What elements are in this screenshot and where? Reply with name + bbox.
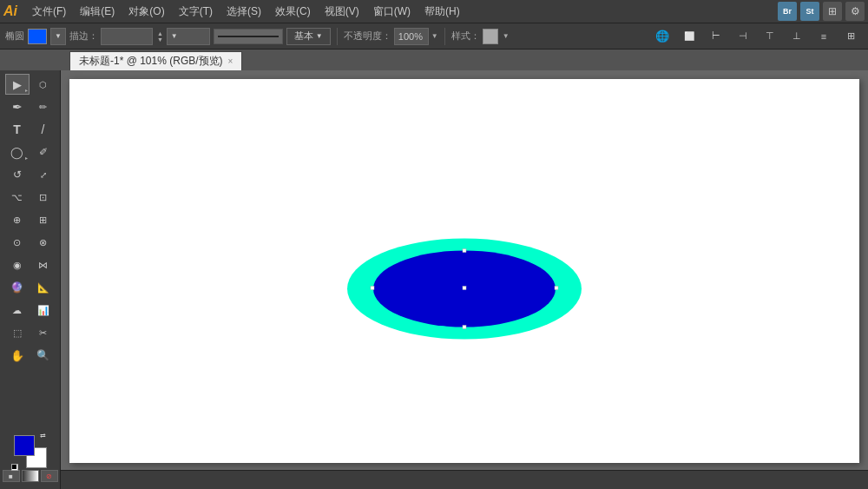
ellipse-container[interactable] <box>334 233 595 348</box>
fg-bg-colors: ⇄ <box>14 435 47 468</box>
tool-row-4: ◯▸ ✐ <box>5 142 56 162</box>
menu-file[interactable]: 文件(F) <box>26 3 72 21</box>
color-mode-none[interactable]: ⊘ <box>41 470 58 482</box>
align-left-btn[interactable]: ⊢ <box>704 26 728 47</box>
direct-selection-tool[interactable]: ⬡ <box>31 74 56 95</box>
tool-row-11: ☁ 📊 <box>5 300 56 320</box>
menu-view[interactable]: 视图(V) <box>319 3 365 21</box>
eyedropper-tool[interactable]: 🔮 <box>5 277 30 298</box>
mesh-tool[interactable]: ⊗ <box>31 232 56 253</box>
stroke-value-box[interactable] <box>101 28 153 45</box>
line-style-preview[interactable] <box>214 29 283 44</box>
align-right-btn[interactable]: ≡ <box>812 26 836 47</box>
align-center-btn[interactable]: ⊣ <box>731 26 755 47</box>
pencil-tool[interactable]: ✐ <box>31 142 56 162</box>
line-inner <box>218 36 279 37</box>
tool-row-13: ✋ 🔍 <box>5 345 56 366</box>
tab-close-button[interactable]: × <box>228 56 233 66</box>
web-icon[interactable]: 🌐 <box>650 26 674 47</box>
slice-tool[interactable]: ✂ <box>31 322 56 343</box>
style-label: 样式： <box>451 30 480 43</box>
zoom-tool[interactable]: 🔍 <box>31 345 56 366</box>
opacity-value[interactable]: 100% <box>394 28 429 45</box>
color-swatches-area: ⇄ ■ ⊘ <box>0 432 62 486</box>
stroke-spinner[interactable]: ▲ ▼ <box>157 30 163 43</box>
menu-edit[interactable]: 编辑(E) <box>74 3 121 21</box>
line-tool[interactable]: / <box>31 119 56 140</box>
shape-builder-tool[interactable]: ⊕ <box>5 209 30 230</box>
foreground-color-swatch[interactable] <box>14 435 35 456</box>
separator-1 <box>337 28 338 45</box>
fill-color-swatch[interactable] <box>28 29 47 44</box>
type-tool[interactable]: T <box>5 119 30 140</box>
tool-row-10: 🔮 📐 <box>5 277 56 298</box>
artboard-btn[interactable]: ⬜ <box>677 26 701 47</box>
tool-row-8: ⊙ ⊗ <box>5 232 56 253</box>
menu-effect[interactable]: 效果(C) <box>269 3 317 21</box>
swap-colors-button[interactable]: ⇄ <box>40 432 50 442</box>
stock-icon[interactable]: St <box>800 2 819 21</box>
menu-object[interactable]: 对象(O) <box>122 3 170 21</box>
basic-label: 基本 <box>294 30 313 43</box>
symbol-sprayer-tool[interactable]: ☁ <box>5 300 30 320</box>
free-transform-tool[interactable]: ⊡ <box>31 187 56 208</box>
artboard-tool[interactable]: ⬚ <box>5 322 30 343</box>
menu-bar: 文件(F) 编辑(E) 对象(O) 文字(T) 选择(S) 效果(C) 视图(V… <box>26 3 466 21</box>
add-anchor-tool[interactable]: ✏ <box>31 96 56 117</box>
gradient-tool[interactable]: ◉ <box>5 254 30 275</box>
fill-dropdown[interactable]: ▼ <box>50 28 66 45</box>
style-area: 样式： ▼ <box>451 29 510 44</box>
tab-bar: 未标题-1* @ 101% (RGB/预览) × <box>0 50 868 70</box>
left-handle <box>371 287 374 290</box>
canvas-area[interactable] <box>61 70 868 489</box>
stroke-area: 描边： ▲ ▼ <box>69 28 163 45</box>
bridge-icon[interactable]: Br <box>778 2 797 21</box>
menu-type[interactable]: 文字(T) <box>173 3 219 21</box>
right-toolbar-icons: 🌐 ⬜ ⊢ ⊣ ⊤ ⊥ ≡ ⊞ <box>650 26 863 47</box>
stroke-label: 描边： <box>69 30 98 43</box>
rotate-tool[interactable]: ↺ <box>5 164 30 185</box>
document-tab[interactable]: 未标题-1* @ 101% (RGB/预览) × <box>69 51 242 70</box>
toolbar-row: 椭圆 ▼ 描边： ▲ ▼ ▼ 基本 ▼ 不透明度： 100% ▼ 样式： ▼ 🌐… <box>0 23 868 50</box>
bottom-handle <box>463 326 466 329</box>
menu-window[interactable]: 窗口(W) <box>367 3 417 21</box>
graph-tool[interactable]: 📊 <box>31 300 56 320</box>
workspace-icon[interactable]: ⊞ <box>823 2 842 21</box>
opacity-label: 不透明度： <box>344 30 391 43</box>
center-handle <box>463 287 466 290</box>
search-icon[interactable]: ⚙ <box>845 2 865 21</box>
ellipse-svg <box>334 233 595 346</box>
reset-colors-button[interactable] <box>10 463 19 472</box>
basic-button[interactable]: 基本 ▼ <box>286 28 331 45</box>
main-area: ▶▸ ⬡ ✒ ✏ T / ◯▸ ✐ ↺ ⤢ ⌥ ⊡ ⊕ ⊞ ⊙ ⊗ <box>0 70 868 489</box>
color-mode-solid[interactable]: ■ <box>3 470 20 482</box>
tool-row-2: ✒ ✏ <box>5 96 56 117</box>
menu-select[interactable]: 选择(S) <box>220 3 267 21</box>
selection-tool[interactable]: ▶▸ <box>5 74 30 95</box>
canvas-paper <box>69 79 859 463</box>
perspective-tool[interactable]: ⊙ <box>5 232 30 253</box>
top-menu-bar: Ai 文件(F) 编辑(E) 对象(O) 文字(T) 选择(S) 效果(C) 视… <box>0 0 868 23</box>
ellipse-tool[interactable]: ◯▸ <box>5 142 30 162</box>
measure-tool[interactable]: 📐 <box>31 277 56 298</box>
color-mode-gradient[interactable] <box>22 470 39 482</box>
align-bottom-btn[interactable]: ⊞ <box>838 26 863 47</box>
tool-row-9: ◉ ⋈ <box>5 254 56 275</box>
blend-tool[interactable]: ⋈ <box>31 254 56 275</box>
top-handle <box>463 249 466 253</box>
scale-tool[interactable]: ⤢ <box>31 164 56 185</box>
menu-help[interactable]: 帮助(H) <box>418 3 466 21</box>
align-top-btn[interactable]: ⊤ <box>758 26 782 47</box>
color-mode-icons: ■ ⊘ <box>3 470 58 482</box>
stroke-dropdown[interactable]: ▼ <box>167 28 210 45</box>
pen-tool[interactable]: ✒ <box>5 96 30 117</box>
opacity-area: 不透明度： 100% ▼ <box>344 28 438 45</box>
app-logo: Ai <box>3 3 17 19</box>
warp-tool[interactable]: ⌥ <box>5 187 30 208</box>
live-paint-tool[interactable]: ⊞ <box>31 209 56 230</box>
tool-row-3: T / <box>5 119 56 140</box>
align-vcenter-btn[interactable]: ⊥ <box>785 26 809 47</box>
tool-row-7: ⊕ ⊞ <box>5 209 56 230</box>
hand-tool[interactable]: ✋ <box>5 345 30 366</box>
style-swatch[interactable] <box>483 29 498 44</box>
